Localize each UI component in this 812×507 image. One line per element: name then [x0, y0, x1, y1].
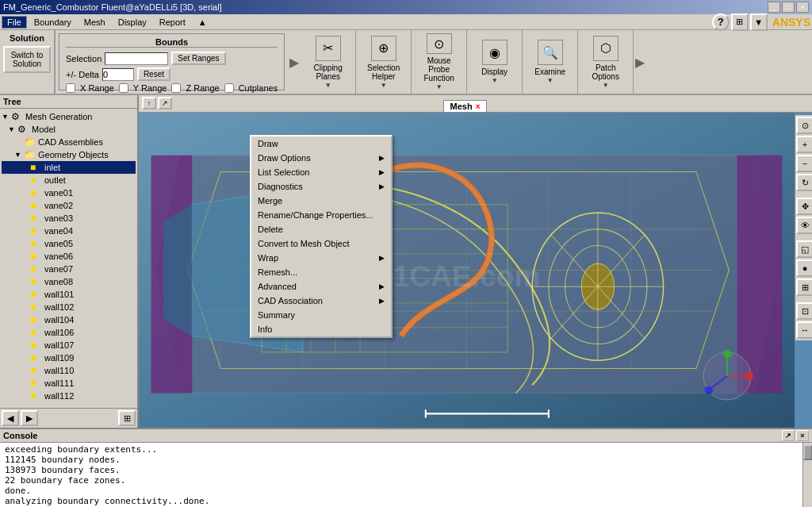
tree-item-vane05[interactable]: ■ vane05 [2, 237, 136, 250]
tree-item-cad-assemblies[interactable]: 📁 CAD Assemblies [2, 136, 136, 148]
menu-mesh[interactable]: Mesh [79, 16, 111, 29]
switch-to-solution-button[interactable]: Switch toSolution [3, 46, 51, 73]
tree-toolbar-btn2[interactable]: ▶ [21, 410, 38, 426]
reset-button[interactable]: Reset [137, 67, 170, 81]
console-scrollbar[interactable] [802, 443, 812, 507]
tree-item-wall102[interactable]: ■ wall102 [2, 301, 136, 313]
xrange-checkbox[interactable] [66, 83, 75, 93]
tree-item-vane02[interactable]: ■ vane02 [2, 199, 136, 212]
minimize-button[interactable]: _ [768, 2, 780, 13]
yrange-checkbox[interactable] [119, 83, 128, 93]
console-detach-button[interactable]: ↗ [782, 430, 795, 441]
tree-item-wall106[interactable]: ■ wall106 [2, 326, 136, 339]
window-layout-button[interactable]: ⊞ [731, 13, 749, 31]
set-ranges-button[interactable]: Set Ranges [171, 52, 225, 65]
rotate-button[interactable]: ↻ [796, 174, 812, 191]
zoom-fit-button[interactable]: ⊙ [796, 117, 812, 134]
menu-file[interactable]: File [2, 16, 27, 29]
tree-item-vane04[interactable]: ■ vane04 [2, 225, 136, 237]
clipping-planes-button[interactable]: ✂ ClippingPlanes ▼ [301, 30, 356, 94]
tree-item-outlet[interactable]: ■ outlet [2, 174, 136, 186]
zoom-in-button[interactable]: + [796, 136, 812, 153]
console-close-button[interactable]: × [796, 430, 809, 441]
ctx-wrap[interactable]: Wrap ▶ [251, 251, 391, 265]
ctx-cad-association[interactable]: CAD Association ▶ [251, 294, 391, 308]
ctx-draw[interactable]: Draw [251, 136, 391, 151]
display-btn-r[interactable]: ◱ [796, 240, 812, 258]
maximize-button[interactable]: □ [782, 2, 795, 13]
ctx-info[interactable]: Info [251, 322, 391, 336]
tree-item-wall107[interactable]: ■ wall107 [2, 339, 136, 351]
ctx-rename[interactable]: Rename/Change Properties... [251, 208, 391, 222]
tree-label-wall110: wall110 [44, 366, 74, 375]
pan-button[interactable]: ✥ [796, 198, 812, 215]
tree-item-vane07[interactable]: ■ vane07 [2, 263, 136, 275]
tree-item-wall112[interactable]: ■ wall112 [2, 390, 136, 402]
render-btn[interactable]: ● [796, 259, 812, 277]
tree-item-inlet[interactable]: ■ inlet [2, 161, 136, 174]
ctx-convert[interactable]: Convert to Mesh Object [251, 236, 391, 251]
mesh-tab-label: Mesh [450, 102, 473, 111]
menu-boundary[interactable]: Boundary [29, 16, 77, 29]
console-line-1: exceeding boundary extents... [5, 444, 798, 455]
ctx-list-selection[interactable]: List Selection ▶ [251, 165, 391, 179]
zoom-out-button[interactable]: − [796, 155, 812, 172]
patch-options-arrow: ▼ [603, 82, 609, 89]
ctx-delete[interactable]: Delete [251, 222, 391, 236]
wall106-icon: ■ [30, 327, 43, 338]
view-button[interactable]: 👁 [796, 217, 812, 234]
tree-item-wall101[interactable]: ■ wall101 [2, 288, 136, 301]
tree-label-wall111: wall111 [44, 378, 74, 388]
tree-toolbar-btn1[interactable]: ◀ [2, 410, 19, 426]
tree-item-vane06[interactable]: ■ vane06 [2, 250, 136, 263]
tree-label-wall102: wall102 [44, 302, 74, 312]
delta-input[interactable] [102, 68, 134, 81]
window-layout-button2[interactable]: ▼ [750, 13, 768, 31]
zrange-checkbox[interactable] [171, 83, 181, 93]
mesh-tab[interactable]: Mesh × [443, 100, 488, 112]
cutplanes-checkbox[interactable] [224, 83, 234, 93]
context-menu: Draw Draw Options ▶ List Selection ▶ Dia… [250, 135, 393, 338]
tree-item-vane01[interactable]: ■ vane01 [2, 186, 136, 199]
mesh-tab-close-button[interactable]: × [476, 102, 481, 111]
mouse-probe-button[interactable]: ⊙ MouseProbeFunction ▼ [412, 30, 467, 94]
console-content: exceeding boundary extents... 112145 bou… [0, 443, 802, 507]
examine-icon: 🔍 [538, 40, 563, 65]
help-button[interactable]: ? [712, 13, 730, 31]
mesh-3d-area[interactable]: 1CAE.com x y [139, 113, 795, 428]
tree-item-model[interactable]: ▼ ⚙ Model [2, 123, 136, 136]
tree-item-geometry-objects[interactable]: ▼ 📁 Geometry Objects [2, 148, 136, 161]
selection-helper-icon: ⊕ [371, 36, 396, 61]
menu-display[interactable]: Display [113, 16, 152, 29]
bounds-title: Bounds [66, 37, 278, 48]
selection-helper-button[interactable]: ⊕ SelectionHelper ▼ [356, 30, 412, 94]
mesh-inner-btn1[interactable]: ↑ [142, 97, 156, 109]
unknown-btn1[interactable]: ⊡ [796, 302, 812, 320]
tree-item-wall111[interactable]: ■ wall111 [2, 377, 136, 390]
examine-button[interactable]: 🔍 Examine ▼ [523, 30, 578, 94]
unknown-btn2[interactable]: ↔ [796, 321, 812, 339]
display-button[interactable]: ◉ Display ▼ [467, 30, 523, 94]
bounds-section: Bounds Selection Set Ranges +/- Delta Re… [59, 33, 285, 90]
ctx-info-label: Info [258, 325, 272, 334]
tree-item-mesh-generation[interactable]: ▼ ⚙ Mesh Generation [2, 110, 136, 123]
ctx-summary[interactable]: Summary [251, 308, 391, 322]
ctx-draw-options[interactable]: Draw Options ▶ [251, 151, 391, 165]
patch-options-button[interactable]: ⬡ PatchOptions ▼ [578, 30, 634, 94]
tree-item-vane03[interactable]: ■ vane03 [2, 212, 136, 225]
ctx-remesh[interactable]: Remesh... [251, 265, 391, 279]
menu-report[interactable]: Report [154, 16, 191, 29]
ctx-diagnostics[interactable]: Diagnostics ▶ [251, 179, 391, 194]
ctx-merge[interactable]: Merge [251, 194, 391, 208]
selection-input[interactable] [105, 52, 168, 65]
mesh-inner-btn2[interactable]: ↗ [158, 97, 172, 109]
tree-item-wall104[interactable]: ■ wall104 [2, 313, 136, 326]
tree-item-wall110[interactable]: ■ wall110 [2, 364, 136, 377]
menu-extra[interactable]: ▲ [193, 16, 213, 29]
tree-toolbar-btn3[interactable]: ⊞ [118, 410, 136, 426]
mesh-btn-r[interactable]: ⊞ [796, 278, 812, 296]
ctx-advanced[interactable]: Advanced ▶ [251, 279, 391, 294]
tree-item-vane08[interactable]: ■ vane08 [2, 275, 136, 288]
tree-item-wall109[interactable]: ■ wall109 [2, 351, 136, 364]
close-button[interactable]: × [796, 2, 809, 13]
